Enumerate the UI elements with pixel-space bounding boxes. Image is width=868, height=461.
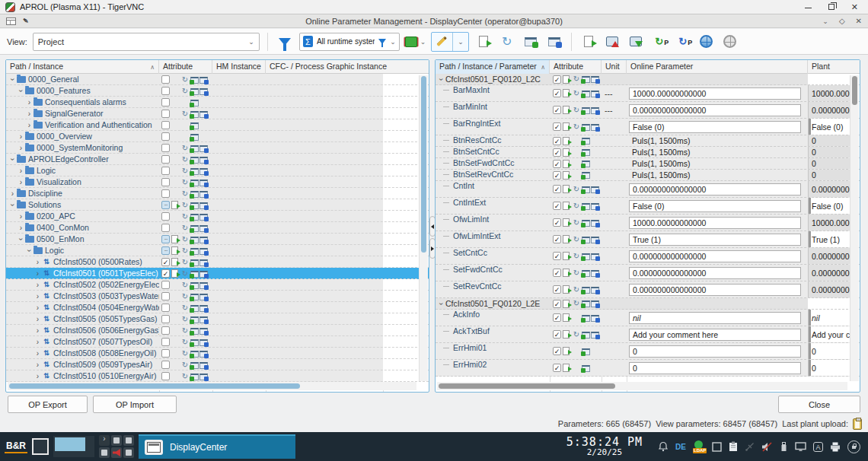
close-button[interactable]: Close xyxy=(778,396,860,413)
tree-row[interactable]: ›Verification and Authentication xyxy=(6,119,429,131)
web-online-button[interactable] xyxy=(697,33,716,51)
shade-icon[interactable]: ⌄ xyxy=(822,17,828,25)
lock-widget-icon[interactable] xyxy=(123,447,134,458)
expander-icon[interactable]: › xyxy=(34,302,42,313)
expander-icon[interactable]: › xyxy=(34,256,42,268)
expander-icon[interactable]: › xyxy=(34,370,42,382)
row-checkbox[interactable] xyxy=(161,315,170,323)
right-vertical-scrollbar[interactable] xyxy=(850,75,859,381)
parameter-row[interactable]: CntIntExt✓↻False (0)False (0) xyxy=(436,198,860,215)
keyboard-layout-indicator[interactable]: DE xyxy=(675,443,686,451)
row-checkbox[interactable] xyxy=(161,178,170,186)
online-parameter-input[interactable]: 0.000000000000000 xyxy=(629,250,801,262)
screen-lock-icon[interactable] xyxy=(847,440,860,453)
parameter-row[interactable]: BarRngIntExt✓↻False (0)False (0) xyxy=(436,119,860,135)
row-checkbox[interactable]: ✓ xyxy=(553,330,561,339)
filter-button[interactable] xyxy=(276,33,294,51)
row-checkbox[interactable]: ✓ xyxy=(161,258,170,266)
parameter-row[interactable]: CntInt✓↻0.0000000000000000.0000000000000… xyxy=(436,181,860,198)
column-header-plant[interactable]: Plant xyxy=(808,60,860,74)
online-parameter-input[interactable]: 0.000000000000000 xyxy=(629,104,801,116)
row-checkbox[interactable]: ✓ xyxy=(553,285,561,294)
window-close-icon[interactable]: ✕ xyxy=(856,17,862,25)
row-checkbox[interactable] xyxy=(161,224,170,232)
widget-icon[interactable] xyxy=(99,447,110,458)
maximize-diamond-icon[interactable]: ◇ xyxy=(839,17,845,25)
expander-icon[interactable]: › xyxy=(34,336,42,348)
tree-row[interactable]: ›⇅CfcInst0507 (0507TypesOil)↻ xyxy=(6,336,429,348)
tree-row[interactable]: ›⇅CfcInst0510 (0510EnergyAir)↻ xyxy=(6,370,429,382)
tree-row[interactable]: ›⇅CfcInst0504 (0504EnergyWater)↻ xyxy=(6,302,429,313)
row-checkbox[interactable] xyxy=(161,349,170,358)
taskbar-task-displaycenter[interactable]: DisplayCenter xyxy=(139,434,295,459)
row-checkbox[interactable] xyxy=(161,110,170,118)
column-header-attribute[interactable]: Attribute xyxy=(550,60,602,74)
tree-row[interactable]: ›⇅CfcInst0500 (0500Rates)✓↻ xyxy=(6,256,429,268)
row-checkbox[interactable] xyxy=(161,189,170,198)
row-checkbox[interactable] xyxy=(161,167,170,175)
row-checkbox[interactable]: ✓ xyxy=(553,89,561,97)
online-parameter-input[interactable]: False (0) xyxy=(629,200,801,212)
keyboard-a-icon[interactable]: A xyxy=(813,442,823,452)
online-parameter-input[interactable]: False (0) xyxy=(629,121,801,133)
widget-icon[interactable] xyxy=(111,435,122,446)
parameter-row[interactable]: AckInfo✓nilnil xyxy=(436,310,860,326)
expander-icon[interactable]: › xyxy=(34,268,42,279)
parameter-row[interactable]: ErrHmi02✓00 xyxy=(436,360,860,377)
table-tools-button[interactable] xyxy=(545,33,563,51)
row-checkbox[interactable]: ✓ xyxy=(553,160,561,168)
row-checkbox[interactable]: ✓ xyxy=(553,313,561,322)
virtual-desktop-2[interactable] xyxy=(53,436,94,457)
row-checkbox[interactable]: ✓ xyxy=(553,75,561,84)
expander-icon[interactable]: › xyxy=(25,108,34,119)
expander-icon[interactable]: › xyxy=(437,75,445,84)
expander-icon[interactable]: › xyxy=(17,142,25,154)
parameter-row[interactable]: BtnSetCntCc✓Puls(1, 1500ms)0 xyxy=(436,147,860,158)
removable-device-icon[interactable] xyxy=(780,442,788,452)
tree-row[interactable]: ›0000_Features↻ xyxy=(6,85,429,97)
expander-icon[interactable]: › xyxy=(34,359,42,370)
parameter-row[interactable]: BarMinInt✓↻---0.0000000000000000.0000000… xyxy=(436,102,860,119)
row-checkbox[interactable]: ✓ xyxy=(553,218,561,227)
tree-row[interactable]: ›0500_EnMon···↻ xyxy=(6,234,429,245)
row-checkbox[interactable]: ✓ xyxy=(553,171,561,180)
row-checkbox[interactable] xyxy=(161,121,170,129)
virtual-desktop-1[interactable] xyxy=(32,438,49,455)
window-menu-icon[interactable] xyxy=(6,17,16,25)
row-checkbox[interactable]: ✓ xyxy=(553,106,561,114)
row-checkbox[interactable]: ✓ xyxy=(553,269,561,277)
row-checkbox[interactable]: ✓ xyxy=(553,137,561,145)
row-checkbox[interactable] xyxy=(161,144,170,152)
download-parameters-button[interactable]: ↻P xyxy=(674,33,692,51)
column-header-hm-instance[interactable]: HM Instance xyxy=(212,60,266,74)
column-header-path-parameter[interactable]: Path / Instance / Parameter∧ xyxy=(436,60,550,74)
export-document-button[interactable] xyxy=(579,33,598,51)
parameter-row[interactable]: AckTxtBuf✓↻Add your comment hereAdd your… xyxy=(436,326,860,343)
reload-button[interactable]: ↻ xyxy=(498,33,516,51)
tree-row[interactable]: ›Solutions···↻ xyxy=(6,199,429,211)
row-checkbox[interactable] xyxy=(161,281,170,289)
left-vertical-scrollbar[interactable] xyxy=(419,75,428,381)
parameter-row[interactable]: BtnResCntCc✓Puls(1, 1500ms)0 xyxy=(436,135,860,147)
volume-widget-icon[interactable] xyxy=(111,447,122,458)
tree-row[interactable]: ›Logic···↻ xyxy=(6,245,429,256)
plant-upload-clipboard-icon[interactable] xyxy=(853,418,862,430)
parameter-row[interactable]: ErrHmi01✓00 xyxy=(436,343,860,360)
tree-row[interactable]: ›⇅CfcInst0502 (0502EnergyElec)↻ xyxy=(6,279,429,291)
parameter-row[interactable]: BtnSetRevCntCc✓Puls(1, 1500ms)0 xyxy=(436,170,860,181)
digital-clock[interactable]: 5:38:24 PM 2/20/25 xyxy=(566,436,653,458)
tree-row[interactable]: ›Logic↻ xyxy=(6,165,429,176)
tree-row[interactable]: ›⇅CfcInst0509 (0509TypesAir)↻ xyxy=(6,359,429,370)
row-checkbox[interactable]: ··· xyxy=(161,235,170,243)
parameter-row[interactable]: BtnSetFwdCntCc✓Puls(1, 1500ms)0 xyxy=(436,158,860,170)
op-export-button[interactable]: OP Export xyxy=(8,396,88,413)
br-logo[interactable]: B&R xyxy=(5,440,27,453)
online-parameter-input[interactable]: 0.000000000000000 xyxy=(629,183,801,196)
expander-icon[interactable]: › xyxy=(17,165,25,176)
download-from-plant-button[interactable] xyxy=(627,33,645,51)
tree-row[interactable]: ›Consequentials alarms xyxy=(6,97,429,108)
column-header-path-instance[interactable]: Path / Instance∧ xyxy=(6,60,159,74)
tree-row[interactable]: ›Discipline↻ xyxy=(6,188,429,199)
row-checkbox[interactable]: ✓ xyxy=(161,269,170,278)
volume-muted-icon[interactable] xyxy=(761,442,773,452)
